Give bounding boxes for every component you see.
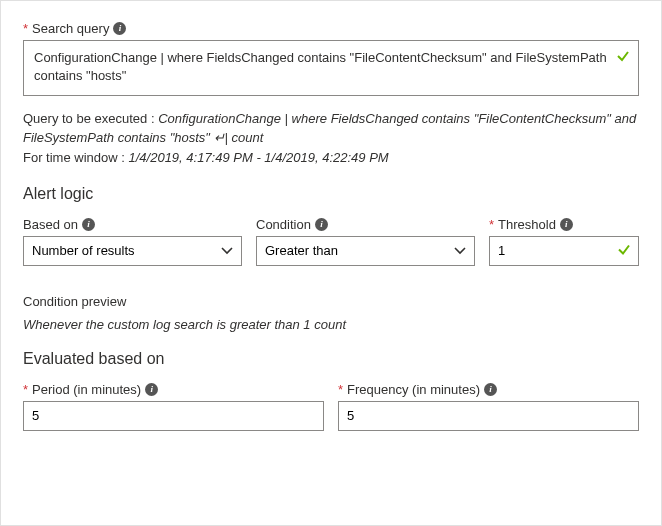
frequency-label-text: Frequency (in minutes) [347, 382, 480, 397]
threshold-label: * Threshold i [489, 217, 639, 232]
info-icon[interactable]: i [560, 218, 573, 231]
check-icon [616, 49, 630, 68]
info-icon[interactable]: i [315, 218, 328, 231]
condition-label-text: Condition [256, 217, 311, 232]
period-label: * Period (in minutes) i [23, 382, 324, 397]
required-marker: * [23, 21, 28, 36]
condition-preview-title: Condition preview [23, 294, 639, 309]
condition-select[interactable]: Greater than [256, 236, 475, 266]
evaluated-row: * Period (in minutes) i * Frequency (in … [23, 382, 639, 431]
condition-label: Condition i [256, 217, 475, 232]
condition-preview-text: Whenever the custom log search is greate… [23, 317, 639, 332]
query-to-execute-suffix: | count [225, 130, 264, 145]
period-label-text: Period (in minutes) [32, 382, 141, 397]
required-marker: * [489, 217, 494, 232]
frequency-input[interactable] [338, 401, 639, 431]
check-icon [617, 242, 631, 259]
search-query-value: ConfigurationChange | where FieldsChange… [34, 50, 607, 83]
time-window-prefix: For time window : [23, 150, 128, 165]
required-marker: * [338, 382, 343, 397]
query-to-execute-prefix: Query to be executed : [23, 111, 158, 126]
search-query-label-text: Search query [32, 21, 109, 36]
info-icon[interactable]: i [82, 218, 95, 231]
frequency-label: * Frequency (in minutes) i [338, 382, 639, 397]
based-on-select[interactable]: Number of results [23, 236, 242, 266]
search-query-input[interactable]: ConfigurationChange | where FieldsChange… [23, 40, 639, 96]
time-window-value: 1/4/2019, 4:17:49 PM - 1/4/2019, 4:22:49… [128, 150, 388, 165]
threshold-label-text: Threshold [498, 217, 556, 232]
period-input[interactable] [23, 401, 324, 431]
alert-logic-row: Based on i Number of results Condition i… [23, 217, 639, 266]
based-on-label: Based on i [23, 217, 242, 232]
query-to-execute: Query to be executed : ConfigurationChan… [23, 110, 639, 148]
alert-logic-title: Alert logic [23, 185, 639, 203]
info-icon[interactable]: i [113, 22, 126, 35]
return-icon: ↵ [214, 130, 225, 145]
based-on-label-text: Based on [23, 217, 78, 232]
info-icon[interactable]: i [145, 383, 158, 396]
search-query-label: * Search query i [23, 21, 639, 36]
info-icon[interactable]: i [484, 383, 497, 396]
required-marker: * [23, 382, 28, 397]
time-window: For time window : 1/4/2019, 4:17:49 PM -… [23, 150, 639, 165]
evaluated-title: Evaluated based on [23, 350, 639, 368]
